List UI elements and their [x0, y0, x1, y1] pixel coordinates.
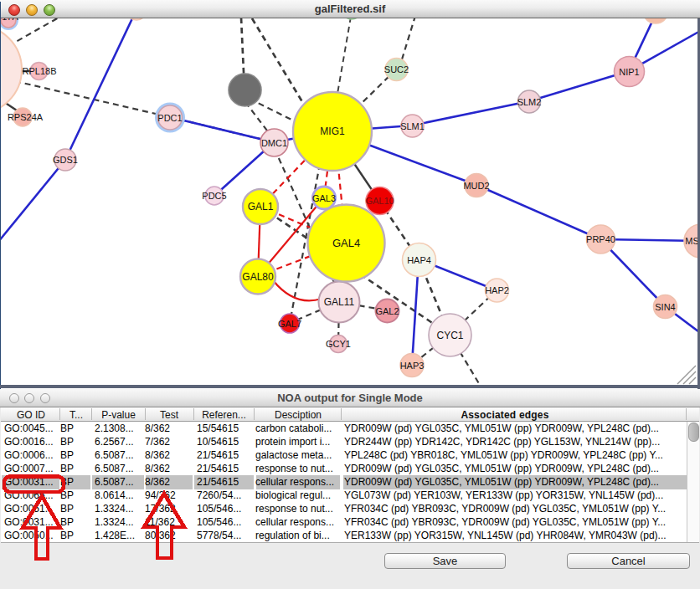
svg-text:GAL1: GAL1 — [248, 201, 274, 213]
svg-text:RPS24A: RPS24A — [8, 112, 44, 122]
svg-text:GAL3: GAL3 — [312, 193, 336, 203]
svg-text:SLM2: SLM2 — [517, 97, 542, 107]
svg-text:GAL4: GAL4 — [332, 237, 360, 249]
svg-text:GCY1: GCY1 — [326, 339, 351, 349]
svg-text:GAL80: GAL80 — [242, 271, 274, 283]
svg-text:GAL7: GAL7 — [278, 319, 301, 329]
svg-text:RPL18B: RPL18B — [23, 66, 57, 76]
svg-text:PDC1: PDC1 — [157, 113, 182, 123]
svg-text:SUC2: SUC2 — [384, 64, 409, 74]
svg-text:CYC1: CYC1 — [436, 330, 463, 341]
svg-text:PDC5: PDC5 — [202, 191, 226, 201]
svg-text:MUD2: MUD2 — [463, 181, 489, 191]
svg-text:HAP2: HAP2 — [485, 285, 509, 295]
svg-text:PRP40: PRP40 — [586, 234, 615, 244]
svg-text:17A: 17A — [2, 18, 18, 22]
svg-text:GAL2: GAL2 — [375, 306, 399, 316]
svg-text:GDS1: GDS1 — [53, 155, 78, 165]
svg-text:NIP1: NIP1 — [619, 67, 639, 77]
svg-text:HAP4: HAP4 — [407, 255, 431, 265]
svg-text:GAL11: GAL11 — [324, 296, 355, 308]
svg-text:SIN4: SIN4 — [655, 302, 675, 312]
svg-text:SLM1: SLM1 — [400, 121, 425, 131]
svg-text:DMC1: DMC1 — [261, 138, 287, 148]
svg-text:MIG1: MIG1 — [320, 125, 345, 137]
svg-text:GAL10: GAL10 — [365, 196, 394, 206]
svg-text:HAP3: HAP3 — [400, 361, 425, 371]
